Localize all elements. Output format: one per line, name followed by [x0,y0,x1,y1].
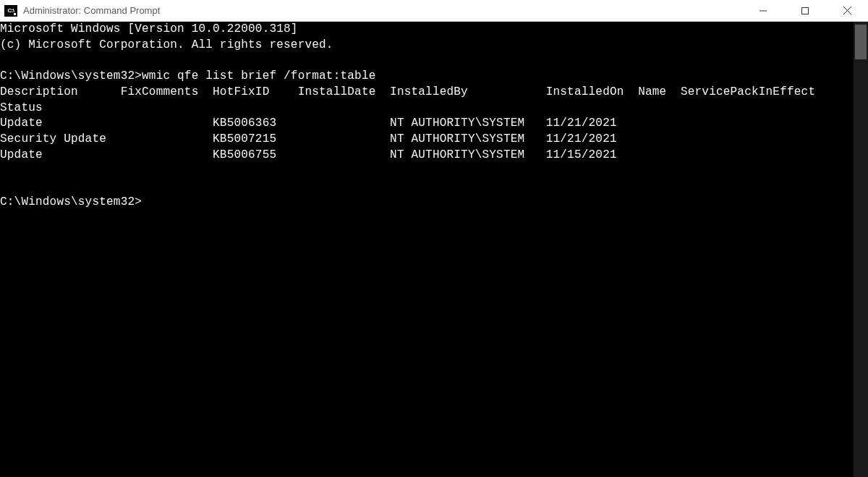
prompt-line: C:\Windows\system32>wmic qfe list brief … [0,69,375,83]
scrollbar-track[interactable] [854,22,868,477]
window-titlebar: C:\ Administrator: Command Prompt [0,0,868,22]
minimize-icon [759,7,767,15]
table-row: Security Update KB5007215 NT AUTHORITY\S… [0,132,617,145]
table-header-row: Description FixComments HotFixID Install… [0,85,830,114]
banner-line: (c) Microsoft Corporation. All rights re… [0,38,333,51]
maximize-button[interactable] [784,0,826,21]
banner-line: Microsoft Windows [Version 10.0.22000.31… [0,22,298,35]
table-row: Update KB5006363 NT AUTHORITY\SYSTEM 11/… [0,117,617,130]
cmd-icon: C:\ [4,5,17,17]
maximize-icon [801,7,809,15]
terminal-output[interactable]: Microsoft Windows [Version 10.0.22000.31… [0,22,854,477]
close-icon [843,6,852,15]
minimize-button[interactable] [742,0,784,21]
table-row: Update KB5006755 NT AUTHORITY\SYSTEM 11/… [0,148,617,161]
close-button[interactable] [826,0,868,21]
prompt-line: C:\Windows\system32> [0,195,142,208]
window-title: Administrator: Command Prompt [23,5,742,16]
svg-rect-1 [802,7,809,14]
scrollbar-thumb[interactable] [855,25,867,59]
window-controls [742,0,868,21]
